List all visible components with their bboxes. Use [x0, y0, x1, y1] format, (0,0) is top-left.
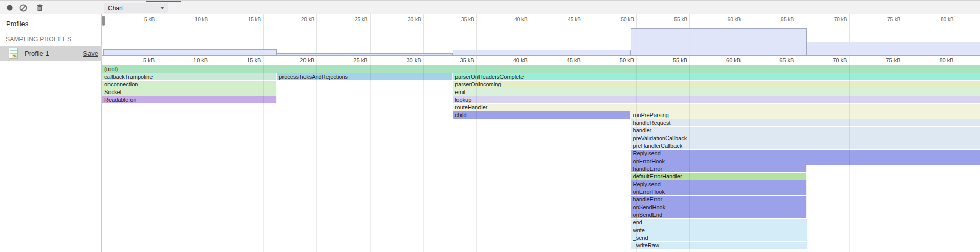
flame-gridline — [423, 56, 424, 252]
sidebar-title: Profiles — [6, 20, 28, 28]
flame-bar-onerrorhook[interactable]: onErrorHook — [631, 188, 807, 195]
allocation-chart-pane: 5 kB10 kB15 kB20 kB25 kB30 kB35 kB40 kB4… — [102, 14, 980, 252]
overview-axis-tick: 80 kB — [941, 17, 956, 22]
flame-bar-onconnection[interactable]: onconnection — [102, 81, 277, 88]
flame-bar-child[interactable]: child — [453, 111, 631, 119]
overview-memory-step — [453, 50, 631, 55]
toolbar-divider — [31, 4, 31, 12]
overview-memory-step — [277, 53, 453, 55]
overview-axis-tick: 20 kB — [301, 17, 317, 22]
memory-profiler-panel: Chart Profiles SAMPLING PROFILES % Profi… — [0, 0, 980, 252]
flame-bar-handleerror[interactable]: handleError — [631, 165, 807, 172]
flame-bar-defaulterrorhandler[interactable]: defaultErrorHandler — [631, 173, 807, 180]
record-button[interactable] — [4, 3, 15, 13]
allocation-overview[interactable]: 5 kB10 kB15 kB20 kB25 kB30 kB35 kB40 kB4… — [102, 14, 980, 56]
overview-axis-tick: 40 kB — [514, 17, 530, 22]
record-icon — [6, 4, 13, 11]
flame-bar-reply-send[interactable]: Reply.send — [631, 180, 807, 188]
flame-bar-send[interactable]: _send — [631, 234, 808, 241]
flame-gridline — [530, 56, 530, 252]
overview-axis-tick: 30 kB — [408, 17, 423, 22]
profile-document-icon: % — [9, 48, 18, 59]
overview-axis-tick: 15 kB — [248, 17, 264, 22]
flame-bar-processticksandrejections[interactable]: processTicksAndRejections — [277, 73, 453, 80]
flame-gridline — [956, 56, 956, 252]
flame-bar-readable-on[interactable]: Readable.on — [102, 96, 277, 103]
flame-bar-end[interactable]: end — [631, 219, 808, 226]
overview-memory-step — [103, 49, 277, 55]
flame-gridline — [316, 56, 317, 252]
overview-gridline — [370, 14, 371, 55]
overview-axis-tick: 70 kB — [834, 17, 850, 22]
trash-icon — [36, 4, 43, 12]
chart-view-select-value: Chart — [104, 5, 123, 12]
chevron-down-icon — [160, 7, 164, 9]
flame-bar-callbacktrampoline[interactable]: callbackTrampoline — [102, 73, 277, 80]
flame-bar-handler[interactable]: handler — [631, 127, 980, 134]
overview-gridline — [530, 14, 530, 55]
flame-gridline — [583, 56, 583, 252]
overview-axis-tick: 5 kB — [144, 17, 157, 22]
flame-gridline — [636, 56, 637, 252]
flame-bar-reply-send[interactable]: Reply.send — [631, 150, 980, 157]
block-icon — [19, 4, 27, 12]
clear-profiles-button[interactable] — [17, 3, 29, 13]
flame-chart: (root)callbackTrampolineprocessTicksAndR… — [102, 56, 980, 252]
flame-bar-runpreparsing[interactable]: runPreParsing — [631, 111, 980, 119]
overview-axis-tick: 55 kB — [674, 17, 690, 22]
flame-gridline — [903, 56, 903, 252]
overview-axis-tick: 25 kB — [355, 17, 370, 22]
sampling-profiles-heading: SAMPLING PROFILES — [6, 36, 71, 43]
flame-bar-write[interactable]: write_ — [631, 226, 808, 234]
flame-gridline — [210, 56, 210, 252]
flame-bar-onsendhook[interactable]: onSendHook — [631, 203, 807, 211]
flame-gridline — [849, 56, 850, 252]
overview-gridline — [583, 14, 583, 55]
overview-axis-tick: 35 kB — [461, 17, 476, 22]
flame-bar-lookup[interactable]: lookup — [453, 96, 980, 103]
overview-axis-tick: 50 kB — [621, 17, 636, 22]
delete-profile-button[interactable] — [34, 3, 46, 13]
flame-bar-prevalidationcallback[interactable]: preValidationCallback — [631, 134, 980, 142]
profile-item-profile-1[interactable]: % Profile 1 Save — [0, 46, 102, 61]
flame-bar-onerrorhook[interactable]: onErrorHook — [631, 157, 980, 165]
flame-bar-root[interactable]: (root) — [102, 65, 980, 73]
chart-view-select[interactable]: Chart — [104, 3, 168, 13]
profiles-sidebar: Profiles SAMPLING PROFILES % Profile 1 S… — [0, 14, 102, 252]
flame-gridline — [689, 56, 690, 252]
overview-axis-tick: 10 kB — [195, 17, 210, 22]
flame-bar-emit[interactable]: emit — [453, 88, 980, 96]
profile-name: Profile 1 — [25, 50, 49, 57]
flame-bar-handlerequest[interactable]: handleRequest — [631, 119, 980, 126]
active-tab-indicator — [146, 1, 181, 2]
overview-axis-tick: 75 kB — [887, 17, 903, 22]
flame-bar-writeraw[interactable]: _writeRaw — [631, 242, 808, 249]
flame-gridline — [743, 56, 743, 252]
flame-gridline — [157, 56, 157, 252]
flame-bar-parseronheaderscomplete[interactable]: parserOnHeadersComplete — [453, 73, 980, 80]
overview-axis-tick: 60 kB — [728, 17, 743, 22]
overview-axis-tick: 65 kB — [781, 17, 796, 22]
flame-bar-prehandlercallback[interactable]: preHandlerCallback — [631, 142, 980, 149]
overview-memory-step — [807, 42, 980, 55]
overview-gridline — [476, 14, 477, 55]
flame-gridline — [476, 56, 477, 252]
flame-gridline — [263, 56, 264, 252]
overview-scrollbar-thumb[interactable] — [102, 16, 105, 26]
save-profile-link[interactable]: Save — [83, 50, 98, 57]
overview-memory-step — [631, 28, 807, 55]
flame-gridline — [796, 56, 796, 252]
profiler-toolbar: Chart — [0, 0, 980, 14]
flame-bar-socket[interactable]: Socket — [102, 88, 277, 96]
flame-bar-onsendend[interactable]: onSendEnd — [631, 211, 807, 218]
overview-gridline — [423, 14, 424, 55]
flame-gridline — [370, 56, 371, 252]
flame-bar-routehandler[interactable]: routeHandler — [453, 104, 980, 111]
flame-bar-handleerror[interactable]: handleError — [631, 196, 807, 203]
overview-axis-tick: 45 kB — [568, 17, 583, 22]
overview-gridline — [316, 14, 317, 55]
flame-bar-parseronincoming[interactable]: parserOnIncoming — [453, 81, 980, 88]
